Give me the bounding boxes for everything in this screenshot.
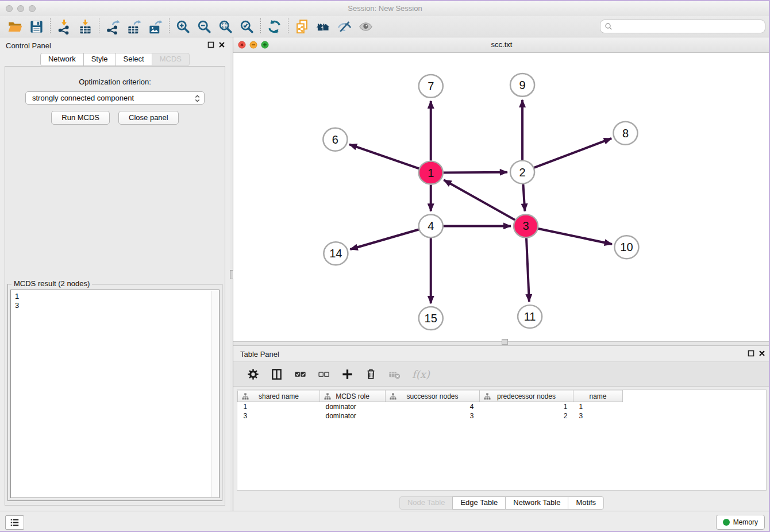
tab-network[interactable]: Network bbox=[40, 53, 84, 66]
checked-boxes-icon bbox=[294, 368, 307, 381]
import-network-button[interactable] bbox=[53, 18, 75, 35]
apply-layout-button[interactable] bbox=[264, 18, 285, 35]
table-settings-button[interactable] bbox=[245, 366, 261, 382]
tab-style[interactable]: Style bbox=[83, 53, 116, 66]
table-cell[interactable]: 1 bbox=[573, 402, 623, 412]
tab-mcds[interactable]: MCDS bbox=[152, 53, 190, 66]
window-title: Session: New Session bbox=[0, 4, 770, 13]
tab-network-table[interactable]: Network Table bbox=[505, 496, 568, 510]
table-body: 1dominator4113dominator323 bbox=[238, 402, 623, 421]
column-header-name[interactable]: name bbox=[573, 391, 623, 402]
edge-3-11[interactable] bbox=[526, 238, 529, 302]
table-cell[interactable]: 2 bbox=[480, 411, 573, 421]
table-cell[interactable]: dominator bbox=[320, 411, 386, 421]
column-header-shared-name[interactable]: shared name bbox=[238, 391, 320, 402]
memory-button[interactable]: Memory bbox=[716, 515, 765, 530]
add-column-button[interactable] bbox=[339, 366, 355, 382]
network-canvas[interactable]: 7968124314101511 bbox=[233, 53, 770, 341]
column-type-icon bbox=[484, 393, 491, 400]
close-panel-icon[interactable] bbox=[759, 350, 765, 357]
clone-network-button[interactable] bbox=[291, 18, 313, 35]
split-columns-button[interactable] bbox=[268, 366, 284, 382]
tab-motifs[interactable]: Motifs bbox=[568, 496, 604, 510]
run-mcds-button[interactable]: Run MCDS bbox=[51, 111, 110, 125]
table-panel-title: Table Panel bbox=[240, 350, 279, 358]
criterion-select[interactable]: strongly connected component bbox=[25, 91, 205, 105]
table-row[interactable]: 3dominator323 bbox=[238, 411, 623, 421]
float-panel-icon[interactable] bbox=[748, 350, 754, 357]
select-all-checkboxes-button[interactable] bbox=[292, 366, 308, 382]
close-panel-icon[interactable] bbox=[218, 41, 225, 48]
table-cell[interactable]: dominator bbox=[320, 402, 386, 412]
tab-select[interactable]: Select bbox=[116, 53, 152, 66]
save-floppy-icon bbox=[29, 19, 44, 34]
save-session-button[interactable] bbox=[26, 18, 47, 35]
search-field[interactable] bbox=[600, 20, 765, 33]
deselect-all-checkboxes-button[interactable] bbox=[315, 366, 332, 382]
delete-table-button[interactable] bbox=[386, 366, 402, 382]
hide-graphics-details-button[interactable] bbox=[334, 18, 355, 35]
edge-1-6[interactable] bbox=[349, 144, 419, 168]
list-icon bbox=[9, 517, 20, 528]
column-header-predecessor-nodes[interactable]: predecessor nodes bbox=[480, 391, 573, 402]
home-button[interactable] bbox=[313, 18, 334, 35]
right-column: scc.txt 7968124314101511 bbox=[233, 37, 770, 511]
export-image-button[interactable] bbox=[145, 18, 166, 35]
zoom-in-button[interactable] bbox=[172, 18, 194, 35]
edge-2-3[interactable] bbox=[523, 184, 525, 211]
mcds-result-textarea[interactable]: 13 bbox=[10, 290, 220, 498]
node-label-11: 11 bbox=[524, 310, 536, 323]
tab-edge-table[interactable]: Edge Table bbox=[452, 496, 506, 510]
search-input[interactable] bbox=[613, 22, 761, 31]
horizontal-splitter[interactable] bbox=[233, 341, 770, 346]
column-header-label: shared name bbox=[259, 392, 299, 400]
split-columns-icon bbox=[270, 368, 283, 381]
edge-4-14[interactable] bbox=[350, 229, 419, 249]
import-table-button[interactable] bbox=[75, 18, 96, 35]
task-history-button[interactable] bbox=[5, 515, 24, 530]
table-cell[interactable]: 3 bbox=[238, 411, 320, 421]
open-session-button[interactable] bbox=[5, 18, 26, 35]
function-builder-button[interactable]: f(x) bbox=[410, 366, 430, 382]
zoom-selected-button[interactable] bbox=[236, 18, 257, 35]
table-cell[interactable]: 1 bbox=[238, 402, 320, 412]
node-label-8: 8 bbox=[622, 127, 629, 140]
column-type-icon bbox=[242, 393, 249, 400]
table-cell[interactable]: 3 bbox=[386, 411, 480, 421]
show-graphics-details-button[interactable] bbox=[355, 18, 376, 35]
node-label-2: 2 bbox=[519, 166, 526, 179]
window-titlebar: Session: New Session bbox=[0, 1, 770, 17]
table-row[interactable]: 1dominator411 bbox=[238, 402, 623, 412]
edge-3-1[interactable] bbox=[444, 180, 515, 220]
node-label-1: 1 bbox=[428, 167, 434, 179]
zoom-in-icon bbox=[175, 19, 191, 34]
float-panel-icon[interactable] bbox=[207, 41, 214, 48]
optimization-criterion-label: Optimization criterion: bbox=[5, 78, 225, 86]
table-cell[interactable]: 1 bbox=[480, 402, 573, 412]
edge-1-2[interactable] bbox=[443, 172, 507, 173]
table-header-row: shared nameMCDS rolesuccessor nodesprede… bbox=[238, 391, 623, 402]
close-panel-button[interactable]: Close panel bbox=[118, 111, 179, 125]
export-network-button[interactable] bbox=[102, 18, 124, 35]
zoom-fit-button[interactable] bbox=[215, 18, 236, 35]
result-scrollbar[interactable] bbox=[211, 291, 218, 497]
export-table-button[interactable] bbox=[124, 18, 145, 35]
column-type-icon bbox=[390, 393, 396, 400]
column-type-icon bbox=[324, 393, 331, 400]
edge-2-8[interactable] bbox=[534, 138, 611, 168]
memory-button-label: Memory bbox=[733, 518, 758, 526]
tab-node-table[interactable]: Node Table bbox=[399, 496, 453, 510]
control-panel: Control Panel NetworkStyleSelectMCDS Opt… bbox=[0, 37, 230, 511]
mcds-result-group: MCDS result (2 nodes) 13 bbox=[7, 284, 222, 501]
delete-column-button[interactable] bbox=[363, 366, 379, 382]
table-cell[interactable]: 4 bbox=[386, 402, 480, 412]
column-header-mcds-role[interactable]: MCDS role bbox=[320, 391, 386, 402]
zoom-out-button[interactable] bbox=[194, 18, 215, 35]
control-panel-tabs: NetworkStyleSelectMCDS bbox=[0, 53, 230, 66]
table-cell[interactable]: 3 bbox=[573, 411, 623, 421]
column-header-successor-nodes[interactable]: successor nodes bbox=[386, 391, 480, 402]
node-label-4: 4 bbox=[428, 219, 434, 232]
horizontal-splitter-handle[interactable] bbox=[502, 339, 508, 345]
edge-3-10[interactable] bbox=[538, 229, 612, 244]
eye-slash-icon bbox=[337, 19, 352, 34]
